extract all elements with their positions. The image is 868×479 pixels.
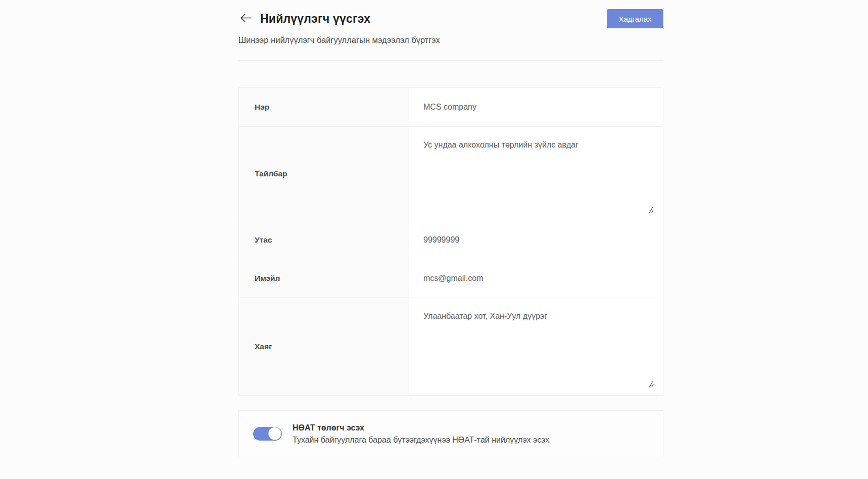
address-value-cell: Улаанбаатар хот, Хан-Уул дүүрэг <box>409 298 663 395</box>
email-label-cell: Имэйл <box>239 259 409 298</box>
email-input[interactable] <box>409 274 663 283</box>
email-label: Имэйл <box>255 274 280 283</box>
page-subtitle: Шинээр нийлүүлэгч байгууллагын мэдээлэл … <box>238 35 663 45</box>
description-value-cell: Ус ундаа алкохолны төрлийн зүйлс авдаг <box>409 127 663 221</box>
page-title: Нийлүүлэгч үүсгэх <box>260 12 370 26</box>
address-label: Хаяг <box>255 342 272 351</box>
supplier-form-table: Нэр Тайлбар Ус ундаа алкохолны төрлийн з… <box>238 87 663 396</box>
name-label-cell: Нэр <box>239 88 409 126</box>
vat-title: НӨАТ төлөгч эсэх <box>293 423 549 433</box>
name-value-cell <box>409 88 663 126</box>
save-button[interactable]: Хадгалах <box>607 9 663 28</box>
form-row-phone: Утас <box>239 221 663 259</box>
phone-label: Утас <box>255 235 272 245</box>
back-button[interactable] <box>239 12 252 25</box>
description-label-cell: Тайлбар <box>239 127 409 221</box>
form-row-address: Хаяг Улаанбаатар хот, Хан-Уул дүүрэг <box>239 298 663 395</box>
page-header: Нийлүүлэгч үүсгэх Хадгалах <box>238 9 663 28</box>
name-input[interactable] <box>409 103 663 112</box>
phone-input[interactable] <box>409 235 663 245</box>
textarea-resize-handle-icon[interactable] <box>647 207 654 213</box>
phone-label-cell: Утас <box>239 221 409 259</box>
vat-toggle[interactable] <box>253 427 282 441</box>
name-label: Нэр <box>255 103 269 112</box>
textarea-resize-handle-icon[interactable] <box>647 381 654 388</box>
vat-card: НӨАТ төлөгч эсэх Тухайн байгууллага бара… <box>238 410 663 457</box>
email-value-cell <box>409 259 663 298</box>
vat-text-block: НӨАТ төлөгч эсэх Тухайн байгууллага бара… <box>293 423 549 445</box>
form-row-description: Тайлбар Ус ундаа алкохолны төрлийн зүйлс… <box>239 127 663 221</box>
page-content: Нийлүүлэгч үүсгэх Хадгалах Шинээр нийлүү… <box>238 0 663 457</box>
phone-value-cell <box>409 221 663 259</box>
form-row-email: Имэйл <box>239 259 663 298</box>
description-textarea[interactable]: Ус ундаа алкохолны төрлийн зүйлс авдаг <box>409 127 663 221</box>
description-label: Тайлбар <box>255 169 287 178</box>
vat-toggle-knob <box>268 427 281 440</box>
back-arrow-icon <box>240 14 252 24</box>
vat-description: Тухайн байгууллага бараа бүтээгдэхүүнээ … <box>293 436 549 445</box>
header-divider <box>238 60 663 61</box>
address-textarea[interactable]: Улаанбаатар хот, Хан-Уул дүүрэг <box>409 298 663 395</box>
form-row-name: Нэр <box>239 88 663 127</box>
address-label-cell: Хаяг <box>239 298 409 395</box>
